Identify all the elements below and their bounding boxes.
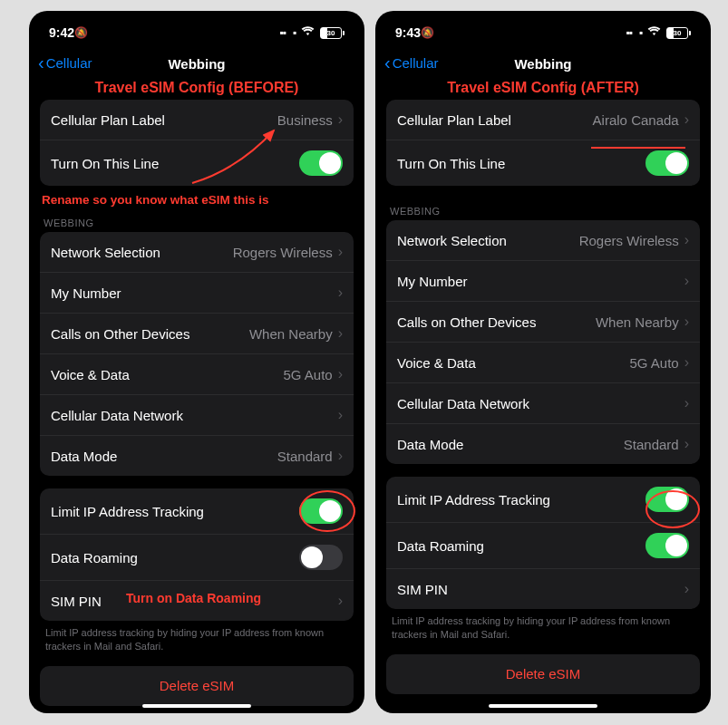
data-roaming-row[interactable]: Data Roaming: [386, 523, 700, 569]
roaming-card: Limit IP Address Tracking Data Roaming S…: [386, 477, 700, 609]
chevron-right-icon: ›: [338, 285, 343, 301]
nav-title: Webbing: [29, 56, 364, 72]
chevron-right-icon: ›: [338, 448, 343, 464]
notch: [147, 11, 247, 34]
delete-esim-button[interactable]: Delete eSIM: [40, 666, 354, 706]
plan-label-value: Business: [277, 112, 333, 128]
network-selection-row[interactable]: Network Selection Rogers Wireless›: [40, 232, 354, 273]
nav-title: Webbing: [375, 56, 711, 72]
limit-ip-row[interactable]: Limit IP Address Tracking: [386, 477, 700, 523]
my-number-row[interactable]: My Number ›: [40, 273, 354, 314]
wifi-icon: [301, 26, 315, 39]
plan-card: Cellular Plan Label Business› Turn On Th…: [40, 100, 354, 186]
data-mode-row[interactable]: Data Mode Standard›: [386, 424, 700, 464]
phone-after: 9:43 🔕 ▪▪⠀▪ 30 ‹ Cellular Webbing Travel…: [375, 11, 711, 713]
delete-card: Delete eSIM: [40, 666, 354, 706]
home-indicator[interactable]: [142, 704, 251, 708]
cellular-data-network-row[interactable]: Cellular Data Network ›: [40, 395, 354, 436]
annotation-roaming: Turn on Data Roaming: [126, 591, 261, 605]
sim-pin-row[interactable]: SIM PIN Turn on Data Roaming ›: [40, 581, 354, 621]
group-header-webbing: WEBBING: [44, 218, 354, 228]
plan-label-value: Airalo Canada: [593, 112, 679, 128]
silent-icon: 🔕: [74, 26, 88, 39]
chevron-right-icon: ›: [684, 314, 689, 330]
chevron-right-icon: ›: [684, 354, 689, 371]
voice-data-row[interactable]: Voice & Data 5G Auto›: [40, 354, 354, 395]
data-mode-row[interactable]: Data Mode Standard›: [40, 436, 354, 476]
calls-other-row[interactable]: Calls on Other Devices When Nearby›: [40, 314, 354, 354]
data-roaming-row[interactable]: Data Roaming: [40, 535, 354, 581]
plan-card: Cellular Plan Label Airalo Canada› Turn …: [386, 100, 700, 186]
chevron-right-icon: ›: [338, 593, 343, 609]
sim-pin-row[interactable]: SIM PIN ›: [386, 569, 700, 609]
voice-data-row[interactable]: Voice & Data 5G Auto›: [386, 343, 700, 383]
cellular-signal-icon: ▪▪⠀▪: [279, 26, 296, 39]
phone-before: 9:42 🔕 ▪▪⠀▪ 30 ‹ Cellular Webbing Travel…: [29, 11, 364, 713]
annotation-heading: Travel eSIM Config (BEFORE): [29, 80, 364, 96]
plan-label-title: Cellular Plan Label: [51, 112, 165, 128]
chevron-right-icon: ›: [338, 244, 343, 260]
roaming-card: Limit IP Address Tracking Data Roaming S…: [40, 488, 354, 621]
webbing-card: Network Selection Rogers Wireless› My Nu…: [40, 232, 354, 476]
plan-label-title: Cellular Plan Label: [397, 112, 511, 128]
chevron-right-icon: ›: [684, 273, 689, 289]
limit-ip-toggle[interactable]: [645, 487, 689, 512]
delete-label: Delete eSIM: [160, 678, 235, 693]
calls-other-row[interactable]: Calls on Other Devices When Nearby›: [386, 302, 700, 343]
notch: [493, 11, 593, 34]
data-roaming-toggle[interactable]: [645, 533, 689, 558]
annotation-underline: [591, 147, 685, 149]
nav-bar: ‹ Cellular Webbing: [29, 49, 364, 80]
chevron-right-icon: ›: [684, 436, 689, 452]
home-indicator[interactable]: [489, 704, 597, 708]
silent-icon: 🔕: [421, 26, 434, 39]
my-number-row[interactable]: My Number ›: [386, 261, 700, 302]
cellular-plan-label-row[interactable]: Cellular Plan Label Airalo Canada›: [386, 100, 700, 140]
cellular-data-network-row[interactable]: Cellular Data Network ›: [386, 383, 700, 424]
turn-on-toggle[interactable]: [645, 150, 689, 176]
footnote: Limit IP address tracking by hiding your…: [386, 609, 700, 642]
chevron-right-icon: ›: [684, 581, 689, 597]
annotation-heading: Travel eSIM Config (AFTER): [375, 80, 711, 96]
delete-label: Delete eSIM: [506, 666, 581, 682]
nav-bar: ‹ Cellular Webbing: [375, 49, 711, 80]
chevron-right-icon: ›: [684, 395, 689, 411]
status-time: 9:42: [49, 25, 74, 40]
limit-ip-row[interactable]: Limit IP Address Tracking: [40, 488, 354, 535]
status-time: 9:43: [395, 25, 421, 40]
group-header-webbing: WEBBING: [390, 206, 700, 217]
cellular-signal-icon: ▪▪⠀▪: [626, 26, 642, 39]
turn-on-label: Turn On This Line: [397, 156, 505, 171]
turn-on-label: Turn On This Line: [51, 156, 159, 171]
chevron-right-icon: ›: [684, 111, 689, 128]
delete-esim-button[interactable]: Delete eSIM: [386, 654, 700, 694]
wifi-icon: [647, 26, 661, 39]
limit-ip-toggle[interactable]: [299, 498, 343, 524]
battery-icon: 30: [666, 27, 691, 39]
chevron-right-icon: ›: [338, 407, 343, 423]
turn-on-toggle[interactable]: [299, 150, 343, 176]
footnote: Limit IP address tracking by hiding your…: [40, 621, 354, 653]
chevron-right-icon: ›: [684, 232, 689, 248]
data-roaming-toggle[interactable]: [299, 545, 343, 570]
webbing-card: Network Selection Rogers Wireless› My Nu…: [386, 220, 700, 464]
chevron-right-icon: ›: [338, 111, 343, 128]
chevron-right-icon: ›: [338, 325, 343, 342]
network-selection-row[interactable]: Network Selection Rogers Wireless›: [386, 220, 700, 261]
battery-icon: 30: [320, 27, 345, 39]
annotation-rename: Rename so you know what eSIM this is: [42, 193, 354, 207]
chevron-right-icon: ›: [338, 366, 343, 382]
cellular-plan-label-row[interactable]: Cellular Plan Label Business›: [40, 100, 354, 140]
turn-on-line-row[interactable]: Turn On This Line: [40, 140, 354, 186]
delete-card: Delete eSIM: [386, 654, 700, 694]
